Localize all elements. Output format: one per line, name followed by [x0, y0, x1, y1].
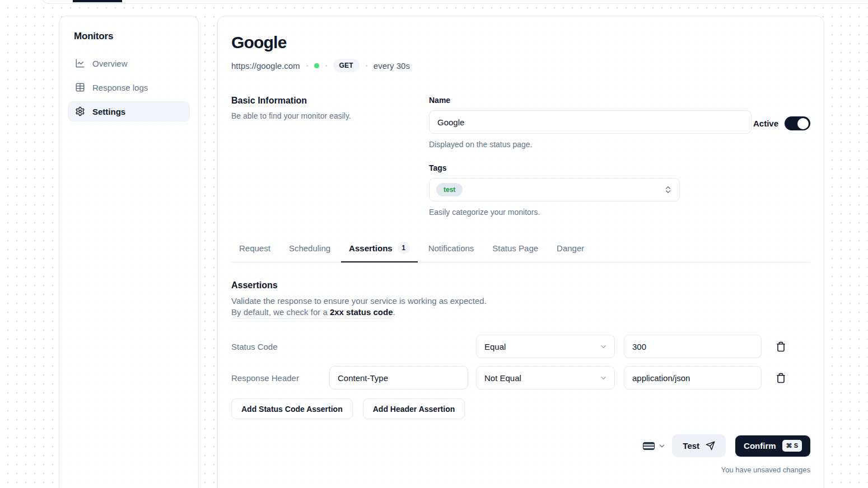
gear-icon [75, 106, 85, 116]
active-toggle-row: Active [753, 116, 810, 130]
tab-request[interactable]: Request [231, 237, 278, 262]
chevron-down-icon [599, 374, 608, 382]
chevron-down-icon [599, 342, 608, 351]
sidebar-item-label: Response logs [92, 83, 148, 92]
status-up-dot [314, 63, 319, 68]
active-toggle[interactable] [785, 116, 810, 130]
tab-label: Notifications [428, 243, 474, 253]
tags-block: Tags test Easily categorize your monitor… [429, 163, 810, 217]
monitor-url: https://google.com [231, 61, 300, 71]
delete-assertion-button[interactable] [768, 335, 793, 358]
tab-status-page[interactable]: Status Page [484, 237, 546, 262]
name-help-text: Displayed on the status page. [429, 140, 810, 149]
tags-help-text: Easily categorize your monitors. [429, 208, 810, 217]
assertions-description-line1: Validate the response to ensure your ser… [231, 295, 810, 307]
separator-dot [366, 65, 367, 67]
tag-pill: test [436, 183, 463, 196]
assertion-type-label: Status Code [231, 342, 329, 351]
monitor-title: Google [231, 33, 810, 52]
assertion-value-input[interactable] [624, 335, 762, 358]
chevron-down-icon [658, 442, 666, 450]
confirm-button-label: Confirm [744, 441, 776, 451]
header-bottom-border [42, 0, 868, 4]
assertion-type-label: Response Header [231, 373, 329, 383]
test-button[interactable]: Test [672, 434, 726, 457]
send-icon [706, 441, 715, 451]
section-heading: Basic Information [231, 96, 429, 106]
assertions-default-note: By default, we check for a 2xx status co… [231, 307, 393, 319]
footer-actions: Test Confirm ⌘ S [231, 434, 810, 457]
assertion-value-input[interactable] [624, 366, 762, 390]
basic-information-form: Name Displayed on the status page. Activ… [429, 96, 810, 217]
tab-label: Status Page [492, 243, 538, 253]
monitor-meta-row: https://google.com GET every 30s [231, 59, 810, 72]
tags-label: Tags [429, 163, 810, 172]
toggle-knob [797, 118, 809, 129]
assertion-row-status-code: Status Code Equal [231, 335, 810, 358]
delete-assertion-button[interactable] [768, 366, 793, 390]
assertion-header-key-input[interactable] [329, 366, 468, 390]
basic-information-section: Basic Information Be able to find your m… [231, 96, 810, 217]
settings-tab-strip: Request Scheduling Assertions 1 Notifica… [231, 237, 810, 262]
assertion-row-response-header: Response Header Not Equal [231, 366, 810, 390]
tab-label: Assertions [349, 243, 393, 253]
monitors-sidebar: Monitors Overview Response logs Settings [59, 16, 199, 488]
unsaved-changes-note: You have unsaved changes [231, 466, 810, 474]
assertions-description: Validate the response to ensure your ser… [231, 295, 810, 319]
chevrons-up-down-icon [664, 185, 673, 194]
comparator-select[interactable]: Equal [476, 335, 615, 358]
name-label: Name [429, 96, 810, 105]
monitor-settings-panel: Google https://google.com GET every 30s … [217, 16, 824, 488]
line-chart-icon [75, 58, 85, 68]
separator-dot [325, 65, 327, 67]
trash-icon [776, 341, 786, 352]
tab-label: Request [239, 243, 270, 253]
sidebar-item-label: Settings [92, 107, 125, 116]
header-active-tab-indicator [73, 0, 122, 2]
tab-label: Scheduling [289, 243, 330, 253]
note-suffix: . [393, 307, 395, 317]
separator-dot [306, 65, 308, 67]
sidebar-item-label: Overview [92, 59, 128, 68]
assertion-rows: Status Code Equal Response Header [231, 335, 810, 419]
comparator-value: Equal [484, 342, 506, 351]
active-label: Active [753, 119, 778, 128]
tab-scheduling[interactable]: Scheduling [281, 237, 338, 262]
keyboard-shortcut-badge: ⌘ S [782, 440, 802, 452]
tab-assertions[interactable]: Assertions 1 [341, 237, 418, 262]
sidebar-item-settings[interactable]: Settings [68, 101, 190, 121]
comparator-select[interactable]: Not Equal [476, 366, 615, 390]
note-prefix: By default, we check for a [231, 307, 330, 317]
monitor-frequency: every 30s [374, 61, 410, 71]
add-header-assertion-button[interactable]: Add Header Assertion [363, 398, 465, 419]
sidebar-nav: Overview Response logs Settings [68, 53, 190, 121]
add-status-code-assertion-button[interactable]: Add Status Code Assertion [231, 398, 353, 419]
test-button-label: Test [683, 441, 699, 451]
tab-notifications[interactable]: Notifications [421, 237, 482, 262]
sidebar-item-response-logs[interactable]: Response logs [68, 77, 190, 97]
name-input[interactable] [429, 110, 752, 134]
table-icon [75, 82, 85, 92]
note-bold-text: 2xx status code [330, 307, 393, 317]
test-region-dropdown[interactable] [638, 438, 671, 454]
tab-label: Danger [557, 243, 584, 253]
section-description: Be able to find your monitor easily. [231, 111, 429, 121]
method-badge: GET [333, 59, 360, 72]
assertions-count-badge: 1 [398, 242, 410, 254]
region-flag-icon [643, 442, 655, 450]
tab-danger[interactable]: Danger [549, 237, 592, 262]
sidebar-item-overview[interactable]: Overview [68, 53, 190, 73]
tags-select[interactable]: test [429, 178, 680, 201]
add-assertion-buttons: Add Status Code Assertion Add Header Ass… [231, 398, 810, 419]
assertions-heading: Assertions [231, 280, 810, 290]
confirm-button[interactable]: Confirm ⌘ S [735, 435, 810, 457]
trash-icon [776, 373, 786, 383]
assertions-header: Assertions Validate the response to ensu… [231, 280, 810, 319]
comparator-value: Not Equal [484, 373, 521, 383]
sidebar-title: Monitors [74, 31, 190, 42]
basic-information-intro: Basic Information Be able to find your m… [231, 96, 429, 217]
